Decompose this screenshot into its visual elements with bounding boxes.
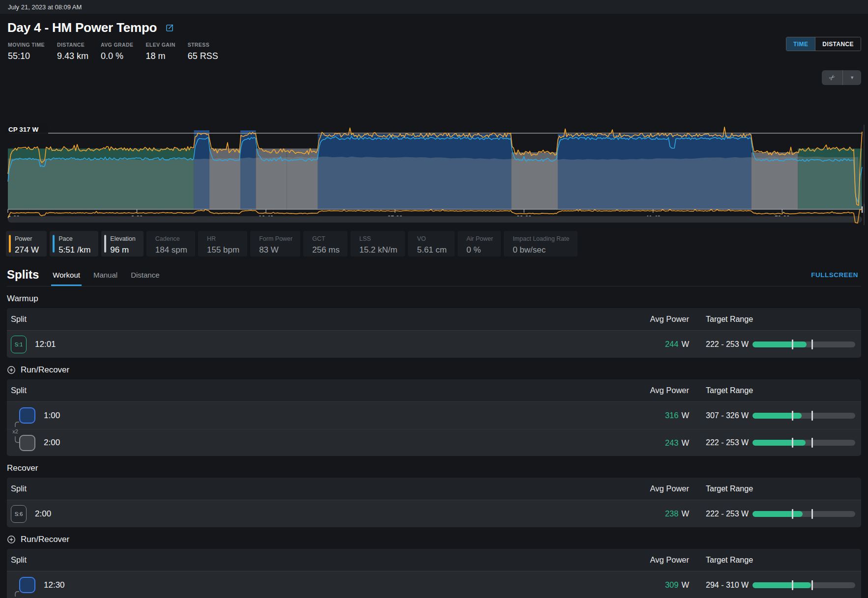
avg-power-cell: 238W — [625, 509, 689, 518]
metric-value: 0 bw/sec — [513, 245, 569, 255]
metric-form-power[interactable]: Form Power83 W — [250, 231, 300, 256]
tab-workout[interactable]: Workout — [53, 269, 80, 281]
crop-menu-button[interactable]: ▼ — [842, 70, 861, 85]
metric-vo[interactable]: VO5.61 cm — [408, 231, 454, 256]
metric-value: 96 m — [110, 245, 135, 255]
avg-power-cell: 309W — [625, 580, 689, 590]
split-table-header: SplitAvg PowerTarget Range — [7, 549, 861, 571]
metric-value: 0 % — [466, 245, 493, 255]
edit-title-button[interactable] — [165, 23, 174, 33]
target-range-bar — [752, 340, 855, 349]
column-header-avg-power: Avg Power — [625, 314, 689, 324]
metric-power[interactable]: Power274 W — [6, 231, 47, 256]
split-row[interactable]: S:112:01244W222 - 253 W — [7, 331, 861, 358]
interval-square-blue — [19, 577, 35, 593]
column-header-target-range: Target Range — [706, 315, 752, 324]
stat-moving-time: MOVING TIME55:10 — [8, 42, 45, 61]
column-header-split: Split — [11, 555, 625, 565]
metric-gct[interactable]: GCT256 ms — [303, 231, 347, 256]
metric-impact-loading-rate[interactable]: Impact Loading Rate0 bw/sec — [504, 231, 577, 256]
range-max-marker — [811, 580, 813, 590]
stat-value: 9.43 km — [57, 51, 88, 61]
split-time: 2:00 — [44, 438, 60, 448]
target-range-label: 222 - 253 W — [706, 438, 752, 447]
split-row[interactable]: 1:00316W307 - 326 W — [7, 402, 861, 429]
split-rows: S:112:01244W222 - 253 W — [7, 331, 861, 358]
bar-fill — [752, 511, 803, 517]
column-header-split: Split — [11, 386, 625, 395]
interval-square-gray — [19, 435, 35, 451]
avg-power-cell: 316W — [625, 411, 689, 420]
metric-label: VO — [417, 235, 446, 242]
bar-fill — [752, 582, 811, 588]
top-date-bar: July 21, 2023 at 08:09 AM — [0, 0, 868, 14]
metric-accent-bar — [9, 235, 11, 253]
split-cell: S:62:00 — [11, 505, 625, 523]
section-heading-warmup: Warmup — [7, 293, 861, 305]
avg-power-cell: 243W — [625, 438, 689, 448]
range-max-marker — [811, 509, 813, 519]
split-table-warmup: SplitAvg PowerTarget RangeS:112:01244W22… — [7, 308, 861, 358]
column-header-target-range: Target Range — [706, 556, 752, 565]
metric-value: 274 W — [15, 245, 39, 255]
metric-label: Elevation — [110, 235, 135, 242]
metric-label: GCT — [312, 235, 340, 242]
target-range-label: 307 - 326 W — [706, 411, 752, 420]
avg-power-unit: W — [681, 580, 689, 590]
metric-label: Impact Loading Rate — [513, 235, 569, 242]
stat-value: 55:10 — [8, 51, 45, 61]
bar-fill — [752, 413, 802, 419]
split-time: 12:30 — [44, 580, 65, 590]
target-range-bar — [752, 411, 855, 421]
stat-label: AVG GRADE — [101, 42, 133, 48]
expand-plus-circle-icon[interactable] — [7, 535, 16, 544]
activity-date: July 21, 2023 at 08:09 AM — [8, 3, 82, 11]
column-header-avg-power: Avg Power — [625, 484, 689, 493]
split-cell: S:112:01 — [11, 336, 625, 353]
stat-stress: STRESS65 RSS — [188, 42, 218, 61]
section-title: Warmup — [7, 294, 38, 304]
metric-hr[interactable]: HR155 bpm — [198, 231, 247, 256]
stat-label: MOVING TIME — [8, 42, 45, 48]
split-row[interactable]: 12:30309W294 - 310 W — [7, 571, 861, 598]
metric-label: HR — [207, 235, 239, 242]
range-min-marker — [792, 411, 793, 421]
section-title: Run/Recover — [21, 365, 69, 375]
chart-toolbar: ✂ ▼ — [822, 70, 861, 85]
avg-power-unit: W — [681, 438, 689, 448]
stat-value: 0.0 % — [101, 51, 133, 61]
metric-value: 256 ms — [312, 245, 340, 255]
toggle-distance[interactable]: DISTANCE — [815, 37, 861, 51]
split-table-header: SplitAvg PowerTarget Range — [7, 379, 861, 402]
activity-header: Day 4 - HM Power Tempo MOVING TIME55:10D… — [0, 14, 868, 70]
split-row[interactable]: 2:00243W222 - 253 W — [7, 429, 861, 456]
interval-square-blue — [19, 407, 35, 424]
crop-button[interactable]: ✂ — [822, 70, 842, 85]
chart-overview-scrubber[interactable] — [0, 204, 868, 226]
avg-power-value: 243 — [665, 438, 679, 448]
metric-cadence[interactable]: Cadence184 spm — [146, 231, 195, 256]
stat-avg-grade: AVG GRADE0.0 % — [101, 42, 133, 61]
metric-label: Pace — [58, 235, 90, 242]
expand-plus-circle-icon[interactable] — [7, 366, 16, 374]
page-title: Day 4 - HM Power Tempo — [7, 20, 157, 35]
metric-lss[interactable]: LSS15.2 kN/m — [350, 231, 405, 256]
stat-value: 65 RSS — [188, 51, 218, 61]
target-range-label: 294 - 310 W — [706, 581, 752, 590]
metric-elevation[interactable]: Elevation96 m — [101, 231, 143, 256]
fullscreen-button[interactable]: FULLSCREEN — [808, 271, 861, 279]
tab-manual[interactable]: Manual — [93, 269, 117, 281]
section-heading-run-recover: Run/Recover — [7, 364, 861, 376]
splits-header: Splits WorkoutManualDistance FULLSCREEN — [7, 263, 861, 286]
split-row[interactable]: S:62:00238W222 - 253 W — [7, 500, 861, 527]
stat-label: ELEV GAIN — [145, 42, 175, 48]
target-range-label: 222 - 253 W — [706, 510, 752, 518]
metric-value: 184 spm — [155, 245, 187, 255]
metric-air-power[interactable]: Air Power0 % — [458, 231, 501, 256]
tab-distance[interactable]: Distance — [131, 269, 159, 281]
split-time: 12:01 — [35, 340, 56, 349]
metric-pace[interactable]: Pace5:51 /km — [50, 231, 98, 256]
splits-tabs: WorkoutManualDistance — [53, 269, 173, 281]
toggle-time[interactable]: TIME — [786, 37, 815, 51]
split-cell: 12:30 — [11, 577, 625, 593]
